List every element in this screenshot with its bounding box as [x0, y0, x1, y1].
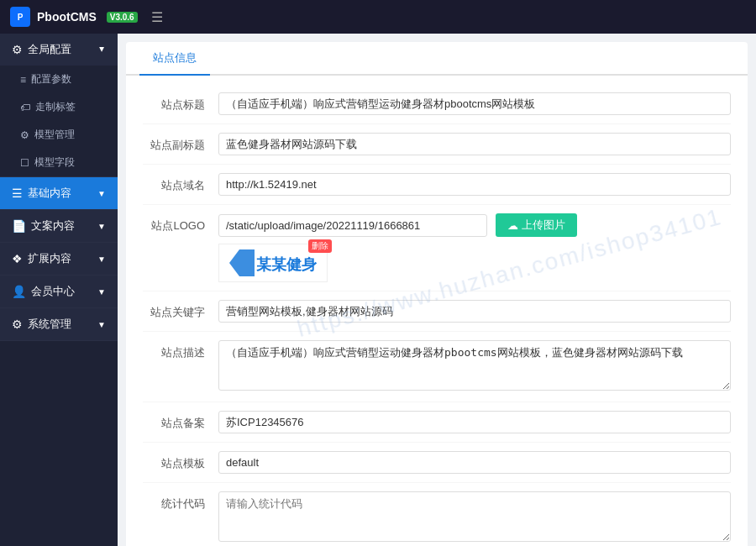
- input-site-domain[interactable]: [218, 173, 731, 196]
- form-row-site-logo: 站点LOGO ☁ 上传图片: [143, 205, 731, 291]
- label-site-keywords: 站点关键字: [143, 300, 218, 320]
- textarea-stats-code[interactable]: [218, 491, 731, 542]
- upload-image-button[interactable]: ☁ 上传图片: [496, 213, 577, 237]
- logo-icon: P: [10, 7, 30, 27]
- sidebar-item-model-manage[interactable]: ⚙ 模型管理: [0, 121, 118, 149]
- layout: ⚙ 全局配置 ▲ ≡ 配置参数 🏷 走制标签 ⚙ 模型管理: [0, 34, 756, 546]
- basic-content-icon: ☰: [12, 186, 23, 200]
- logo-upload-row: ☁ 上传图片: [218, 213, 731, 237]
- label-site-title: 站点标题: [143, 92, 218, 113]
- sidebar-section-member: 👤 会员中心 ▼: [0, 276, 118, 308]
- form-row-site-title: 站点标题: [143, 84, 731, 124]
- sidebar-label-system: 系统管理: [28, 317, 71, 332]
- svg-text:某某健身: 某某健身: [256, 256, 318, 273]
- model-manage-label: 模型管理: [34, 128, 75, 142]
- form-row-site-template: 站点模板: [143, 443, 731, 483]
- sidebar-section-article: 📄 文案内容 ▼: [0, 210, 118, 243]
- sidebar-section-extend: ❖ 扩展内容 ▼: [0, 243, 118, 276]
- logo-delete-button[interactable]: 删除: [308, 239, 332, 253]
- svg-marker-0: [229, 249, 255, 276]
- control-site-keywords: [218, 300, 731, 323]
- logo-preview: 某某健身 删除: [218, 244, 328, 282]
- sidebar-label-global: 全局配置: [28, 42, 71, 57]
- textarea-site-desc[interactable]: （自适应手机端）响应式营销型运动健身器材pbootcms网站模板，蓝色健身器材网…: [218, 340, 731, 391]
- input-site-title[interactable]: [218, 92, 731, 115]
- topbar: P PbootCMS V3.0.6 ☰: [0, 0, 756, 34]
- form-row-site-subtitle: 站点副标题: [143, 124, 731, 165]
- control-site-title: [218, 92, 731, 115]
- sidebar-label-member: 会员中心: [31, 284, 75, 299]
- chevron-down-icon-basic: ▼: [97, 189, 106, 198]
- version-badge: V3.0.6: [107, 12, 138, 23]
- control-stats-code: [218, 491, 731, 544]
- form-row-site-keywords: 站点关键字: [143, 291, 731, 332]
- system-manage-icon: ⚙: [12, 318, 23, 331]
- logo-image: 某某健身 删除: [218, 244, 328, 282]
- app-logo: P PbootCMS V3.0.6: [10, 7, 138, 27]
- control-site-record: [218, 411, 731, 433]
- global-config-icon: ⚙: [12, 43, 23, 56]
- control-site-template: [218, 451, 731, 474]
- label-stats-code: 统计代码: [143, 491, 218, 512]
- sidebar-header-member-center[interactable]: 👤 会员中心 ▼: [0, 276, 118, 307]
- chevron-down-icon-member: ▼: [97, 287, 106, 297]
- sidebar-item-custom-tags[interactable]: 🏷 走制标签: [0, 93, 118, 121]
- upload-label: 上传图片: [522, 218, 565, 233]
- label-site-logo: 站点LOGO: [143, 213, 218, 234]
- main-content: https://www.huzhan.com/ishop34101 站点信息 站…: [118, 34, 756, 546]
- sidebar-label-extend: 扩展内容: [28, 251, 71, 266]
- sidebar-label-article: 文案内容: [31, 218, 75, 234]
- model-fields-label: 模型字段: [34, 155, 75, 170]
- control-site-logo: ☁ 上传图片 某某健身: [218, 213, 731, 282]
- sidebar-item-model-fields[interactable]: ☐ 模型字段: [0, 149, 118, 176]
- form-row-site-record: 站点备案: [143, 402, 731, 443]
- chevron-down-icon-extend: ▼: [97, 255, 106, 264]
- label-site-record: 站点备案: [143, 411, 218, 431]
- label-site-template: 站点模板: [143, 451, 218, 471]
- chevron-down-icon-system: ▼: [97, 320, 106, 329]
- menu-toggle-icon[interactable]: ☰: [151, 9, 163, 25]
- sidebar-label-basic: 基础内容: [28, 186, 71, 201]
- form-row-site-desc: 站点描述 （自适应手机端）响应式营销型运动健身器材pbootcms网站模板，蓝色…: [143, 332, 731, 402]
- control-site-desc: （自适应手机端）响应式营销型运动健身器材pbootcms网站模板，蓝色健身器材网…: [218, 340, 731, 393]
- sidebar-header-basic-content[interactable]: ☰ 基础内容 ▼: [0, 177, 118, 209]
- content-card: 站点信息 站点标题 站点副标题: [126, 42, 748, 546]
- model-fields-icon: ☐: [20, 157, 29, 169]
- tab-site-info[interactable]: 站点信息: [139, 42, 210, 76]
- label-site-domain: 站点域名: [143, 173, 218, 193]
- input-site-subtitle[interactable]: [218, 133, 731, 155]
- label-site-subtitle: 站点副标题: [143, 133, 218, 153]
- app-name: PbootCMS: [37, 10, 97, 24]
- input-site-record[interactable]: [218, 411, 731, 433]
- model-manage-icon: ⚙: [20, 129, 29, 141]
- card-tabs: 站点信息: [126, 42, 748, 76]
- sidebar-header-article-content[interactable]: 📄 文案内容 ▼: [0, 210, 118, 242]
- control-site-domain: [218, 173, 731, 196]
- input-site-keywords[interactable]: [218, 300, 731, 323]
- extend-content-icon: ❖: [12, 252, 23, 265]
- sidebar: ⚙ 全局配置 ▲ ≡ 配置参数 🏷 走制标签 ⚙ 模型管理: [0, 34, 118, 546]
- input-site-logo-path[interactable]: [218, 214, 487, 237]
- chevron-up-icon: ▲: [97, 45, 106, 55]
- sidebar-header-extend-content[interactable]: ❖ 扩展内容 ▼: [0, 243, 118, 275]
- site-info-form: 站点标题 站点副标题 站点域名: [126, 76, 748, 546]
- sidebar-item-config-params[interactable]: ≡ 配置参数: [0, 66, 118, 93]
- form-row-stats-code: 统计代码: [143, 483, 731, 546]
- control-site-subtitle: [218, 133, 731, 155]
- input-site-template[interactable]: [218, 451, 731, 474]
- article-content-icon: 📄: [12, 219, 26, 233]
- sidebar-section-system: ⚙ 系统管理 ▼: [0, 308, 118, 341]
- sidebar-header-system-manage[interactable]: ⚙ 系统管理 ▼: [0, 308, 118, 340]
- chevron-down-icon-article: ▼: [97, 222, 106, 231]
- config-params-label: 配置参数: [31, 72, 71, 87]
- sidebar-section-basic: ☰ 基础内容 ▼: [0, 177, 118, 210]
- member-center-icon: 👤: [12, 285, 26, 298]
- form-row-site-domain: 站点域名: [143, 165, 731, 205]
- custom-tags-label: 走制标签: [35, 100, 76, 114]
- config-params-icon: ≡: [20, 74, 26, 86]
- custom-tags-icon: 🏷: [20, 102, 30, 113]
- sidebar-header-global-config[interactable]: ⚙ 全局配置 ▲: [0, 34, 118, 66]
- sidebar-items-global: ≡ 配置参数 🏷 走制标签 ⚙ 模型管理 ☐ 模型字段: [0, 66, 118, 176]
- label-site-desc: 站点描述: [143, 340, 218, 360]
- sidebar-section-global: ⚙ 全局配置 ▲ ≡ 配置参数 🏷 走制标签 ⚙ 模型管理: [0, 34, 118, 177]
